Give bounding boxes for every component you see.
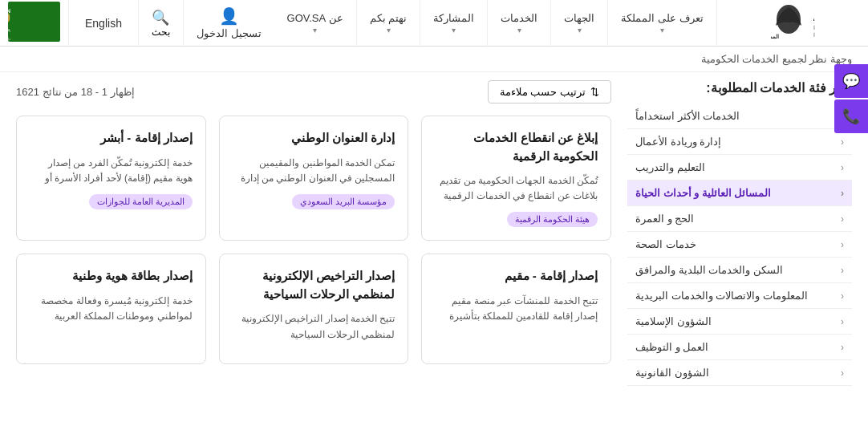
search-icon: 🔍 [152, 9, 169, 26]
service-card-1[interactable]: إدارة العنوان الوطني تمكن الخدمة المواطن… [219, 116, 409, 241]
cards-grid: إبلاغ عن انقطاع الخدمات الحكومية الرقمية… [16, 116, 611, 364]
english-language-button[interactable]: English [68, 0, 139, 47]
chevron-left-icon: ‹ [841, 162, 844, 173]
login-button[interactable]: 👤 تسجيل الدخول [184, 0, 274, 47]
sidebar-title: اختر فئة الخدمات المطلوبة: [627, 80, 852, 95]
chevron-left-icon: ‹ [841, 290, 844, 302]
chevron-down-icon: ▾ [578, 26, 582, 34]
sidebar-item-telecom[interactable]: ‹ المعلومات والاتصالات والخدمات البريدية [627, 283, 852, 309]
chat-icon: 💬 [842, 72, 860, 90]
chat-float-button[interactable]: 💬 [834, 64, 868, 98]
gov-sa-logo: GOV.SA البوابة الوطنية الرقمية [813, 3, 854, 43]
chevron-left-icon: ‹ [841, 265, 844, 276]
floating-buttons: 💬 📞 [834, 64, 868, 133]
card-tag-1: مؤسسة البريد السعودي [292, 194, 395, 209]
sidebar-item-business[interactable]: ‹ إدارة وريادة الأعمال [627, 129, 852, 155]
chevron-down-icon: ▾ [660, 26, 664, 34]
card-title-2: إصدار إقامة - أبشر [30, 129, 193, 148]
phone-icon: 📞 [842, 108, 860, 125]
user-icon: 👤 [219, 6, 239, 26]
chevron-left-icon: ‹ [841, 367, 844, 379]
card-desc-3: تتيح الخدمة للمنشآت عبر منصة مقيم إصدار … [435, 294, 598, 324]
chevron-down-icon: ▾ [313, 26, 317, 34]
search-button[interactable]: 🔍 بحث [139, 0, 184, 47]
svg-rect-6 [8, 2, 60, 42]
nav-know-kingdom[interactable]: تعرف على المملكة ▾ [608, 0, 716, 47]
nav-services[interactable]: الخدمات ▾ [488, 0, 551, 47]
subtitle-bar: وجهة نظر لجميع الخدمات الحكومية [0, 47, 868, 72]
card-tag-0: هيئة الحكومة الرقمية [507, 212, 598, 227]
content-area: ⇅ ترتيب حسب ملاءمة إظهار 1 - 18 من نتائج… [16, 80, 611, 386]
service-card-3[interactable]: إصدار إقامة - مقيم تتيح الخدمة للمنشآت ع… [421, 254, 611, 363]
chevron-left-icon: ‹ [841, 316, 844, 327]
service-card-5[interactable]: إصدار بطاقة هوية وطنية خدمة إلكترونية مُ… [16, 254, 206, 363]
sidebar-item-hajj[interactable]: ‹ الحج و العمرة [627, 206, 852, 232]
sidebar-item-most-used[interactable]: ‹ الخدمات الأكثر استخداماً [627, 103, 852, 129]
nav-entities[interactable]: الجهات ▾ [551, 0, 608, 47]
service-card-0[interactable]: إبلاغ عن انقطاع الخدمات الحكومية الرقمية… [421, 116, 611, 241]
chevron-down-icon: ▾ [452, 26, 456, 34]
service-card-4[interactable]: إصدار التراخيص الإلكترونية لمنظمي الرحلا… [219, 254, 409, 363]
sidebar-item-family[interactable]: ‹ المسائل العائلية و أحداث الحياة [627, 181, 852, 206]
nav-about[interactable]: عن GOV.SA ▾ [274, 0, 357, 47]
sidebar-item-islamic[interactable]: ‹ الشؤون الإسلامية [627, 309, 852, 335]
card-title-4: إصدار التراخيص الإلكترونية لمنظمي الرحلا… [233, 267, 395, 303]
sidebar: اختر فئة الخدمات المطلوبة: ‹ الخدمات الأ… [627, 80, 852, 386]
chevron-left-icon: ‹ [841, 188, 844, 199]
logo-area: GOV.SA البوابة الوطنية الرقمية المملكة ا… [771, 3, 860, 43]
svg-text:البوابة الوطنية: البوابة الوطنية [813, 25, 815, 31]
sort-icon: ⇅ [590, 86, 599, 98]
saudi-emblem-icon: المملكة العربية السعودية [771, 3, 807, 43]
svg-rect-0 [813, 6, 854, 40]
nav-we-care[interactable]: نهتم بكم ▾ [357, 0, 421, 47]
sidebar-item-education[interactable]: ‹ التعليم والتدريب [627, 155, 852, 181]
main-nav: تعرف على المملكة ▾ الجهات ▾ الخدمات ▾ ال… [68, 0, 771, 47]
svg-text:الرقمية: الرقمية [813, 31, 815, 38]
service-card-2[interactable]: إصدار إقامة - أبشر خدمة إلكترونية تُمكّن… [16, 116, 206, 241]
card-desc-4: تتيح الخدمة إصدار التراخيص الإلكترونية ل… [233, 311, 395, 342]
sort-button[interactable]: ⇅ ترتيب حسب ملاءمة [488, 80, 611, 103]
card-title-0: إبلاغ عن انقطاع الخدمات الحكومية الرقمية [435, 129, 598, 165]
phone-float-button[interactable]: 📞 [834, 99, 868, 133]
results-bar: ⇅ ترتيب حسب ملاءمة إظهار 1 - 18 من نتائج… [16, 80, 611, 103]
vision-2030-emblem: VISION 2030 KINGDOM OF SAUDI ARABIA رؤية… [8, 2, 60, 42]
card-title-1: إدارة العنوان الوطني [233, 129, 395, 148]
sidebar-item-health[interactable]: ‹ خدمات الصحة [627, 232, 852, 258]
gov-sa-emblem: GOV.SA البوابة الوطنية الرقمية [813, 3, 854, 43]
chevron-down-icon: ▾ [517, 26, 521, 34]
sidebar-item-legal[interactable]: ‹ الشؤون القانونية [627, 360, 852, 386]
results-count: إظهار 1 - 18 من نتائج 1621 [16, 86, 135, 98]
chevron-left-icon: ‹ [841, 136, 844, 148]
svg-text:KINGDOM OF SAUDI ARABIA: KINGDOM OF SAUDI ARABIA [8, 28, 10, 33]
card-tag-2: المديرية العامة للجوازات [89, 194, 193, 209]
svg-text:2030: 2030 [8, 11, 10, 25]
sidebar-item-housing[interactable]: ‹ السكن والخدمات البلدية والمرافق [627, 258, 852, 283]
vision-2030-logo: VISION 2030 KINGDOM OF SAUDI ARABIA رؤية… [8, 2, 60, 44]
header: GOV.SA البوابة الوطنية الرقمية المملكة ا… [0, 0, 868, 47]
chevron-left-icon: ‹ [841, 342, 844, 353]
card-desc-5: خدمة إلكترونية مُيسرة وفعالة مخصصة لمواط… [30, 294, 193, 324]
nav-participation[interactable]: المشاركة ▾ [420, 0, 488, 47]
card-title-3: إصدار إقامة - مقيم [435, 267, 598, 286]
sidebar-item-work[interactable]: ‹ العمل و التوظيف [627, 335, 852, 360]
card-desc-2: خدمة إلكترونية تُمكّن الفرد من إصدار هوي… [30, 156, 193, 186]
card-title-5: إصدار بطاقة هوية وطنية [30, 267, 193, 286]
svg-text:GOV.SA: GOV.SA [813, 11, 815, 23]
main-content: اختر فئة الخدمات المطلوبة: ‹ الخدمات الأ… [0, 72, 868, 394]
chevron-down-icon: ▾ [387, 26, 391, 34]
card-desc-1: تمكن الخدمة المواطنين والمقيمين المسجلين… [233, 156, 395, 186]
card-desc-0: تُمكّن الخدمة الجهات الحكومية من تقديم ب… [435, 173, 598, 204]
chevron-left-icon: ‹ [841, 239, 844, 250]
chevron-left-icon: ‹ [841, 213, 844, 225]
svg-text:المملكة العربية السعودية: المملكة العربية السعودية [771, 34, 779, 40]
